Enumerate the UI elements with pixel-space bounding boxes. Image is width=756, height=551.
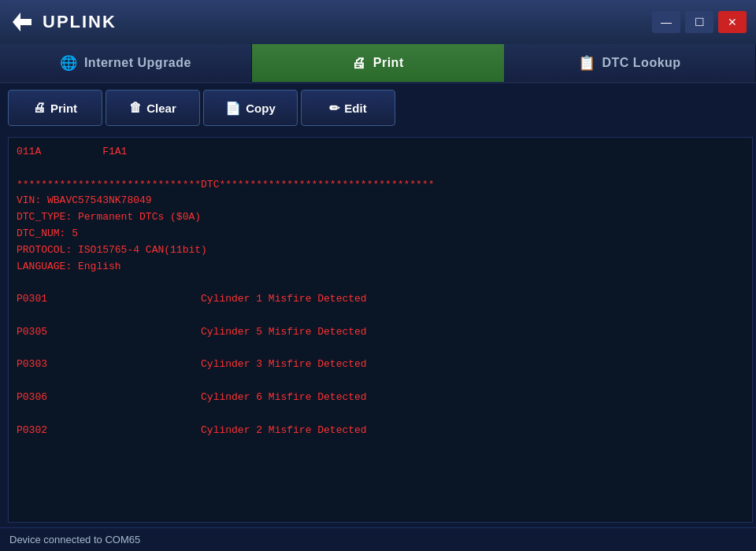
clear-icon: 🗑 bbox=[129, 101, 142, 115]
edit-button-label: Edit bbox=[344, 102, 366, 115]
maximize-button[interactable]: ☐ bbox=[685, 11, 713, 33]
close-button[interactable]: ✕ bbox=[718, 11, 747, 33]
minimize-button[interactable]: — bbox=[652, 11, 680, 33]
edit-button[interactable]: ✏ Edit bbox=[301, 90, 395, 126]
tab-print-label: Print bbox=[373, 56, 404, 70]
copy-button-label: Copy bbox=[246, 102, 276, 115]
status-bar: Device connected to COM65 bbox=[0, 527, 756, 551]
tab-bar: 🌐 Internet Upgrade 🖨 Print 📋 DTC Lookup bbox=[0, 44, 756, 83]
print-icon: 🖨 bbox=[33, 101, 46, 115]
print-button-label: Print bbox=[50, 102, 77, 115]
print-button[interactable]: 🖨 Print bbox=[8, 90, 102, 126]
logo-icon bbox=[9, 9, 35, 35]
tab-print[interactable]: 🖨 Print bbox=[252, 44, 503, 82]
svg-marker-0 bbox=[13, 13, 32, 31]
clear-button[interactable]: 🗑 Clear bbox=[106, 90, 200, 126]
dtc-lookup-icon: 📋 bbox=[578, 54, 596, 72]
clear-button-label: Clear bbox=[146, 102, 176, 115]
title-bar: UPLINK — ☐ ✕ bbox=[0, 0, 756, 44]
title-bar-left: UPLINK bbox=[9, 9, 117, 35]
copy-button[interactable]: 📄 Copy bbox=[203, 90, 298, 126]
print-tab-icon: 🖨 bbox=[352, 55, 367, 72]
text-display[interactable]: 011A F1A1 ******************************… bbox=[8, 137, 753, 523]
title-bar-controls: — ☐ ✕ bbox=[652, 11, 747, 33]
logo-text: UPLINK bbox=[43, 12, 117, 32]
internet-upgrade-icon: 🌐 bbox=[60, 54, 78, 72]
tab-internet-upgrade[interactable]: 🌐 Internet Upgrade bbox=[0, 44, 252, 82]
copy-icon: 📄 bbox=[225, 101, 241, 116]
tab-dtc-lookup[interactable]: 📋 DTC Lookup bbox=[504, 44, 756, 82]
toolbar: 🖨 Print 🗑 Clear 📄 Copy ✏ Edit bbox=[0, 83, 756, 132]
edit-icon: ✏ bbox=[329, 101, 339, 116]
tab-dtc-lookup-label: DTC Lookup bbox=[602, 56, 681, 70]
content-area: 011A F1A1 ******************************… bbox=[0, 132, 756, 527]
tab-internet-upgrade-label: Internet Upgrade bbox=[84, 56, 191, 70]
status-text: Device connected to COM65 bbox=[9, 534, 140, 545]
